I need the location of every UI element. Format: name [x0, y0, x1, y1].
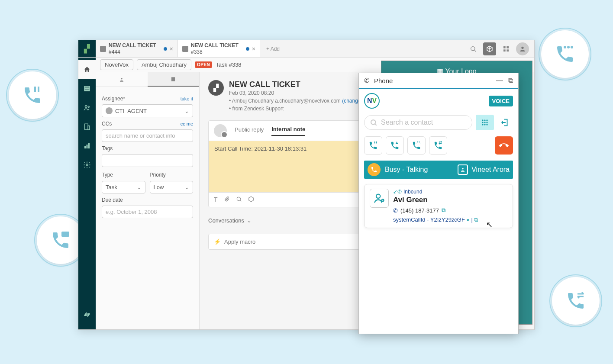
ticket-title: NEW CALL TICKET — [229, 80, 363, 89]
sidebar-reporting[interactable] — [78, 136, 96, 155]
svg-rect-0 — [34, 87, 36, 92]
search-icon[interactable] — [236, 196, 242, 203]
popout-icon[interactable]: ⧉ — [508, 77, 513, 84]
minimize-icon[interactable]: — — [496, 77, 503, 84]
person-icon — [458, 164, 468, 175]
assignee-value: CTI_AGENT — [115, 108, 147, 114]
tab-title: NEW CALL TICKET — [109, 42, 161, 48]
svg-point-31 — [484, 122, 485, 123]
svg-rect-24 — [171, 77, 175, 81]
crumb-user[interactable]: Ambuj Choudhary — [137, 59, 191, 70]
phone-icon: ✆ — [364, 77, 370, 84]
svg-point-11 — [521, 46, 523, 48]
status-phone-icon — [368, 163, 381, 176]
assignee-select[interactable]: CTI_AGENT⌄ — [102, 104, 193, 117]
due-date-input[interactable]: e.g. October 1, 2008 — [102, 206, 193, 218]
dialpad-button[interactable] — [476, 115, 494, 130]
take-it-link[interactable]: take it — [181, 96, 193, 101]
type-value: Task — [106, 184, 117, 190]
sidebar-customers[interactable] — [78, 98, 96, 117]
svg-point-38 — [396, 142, 397, 143]
status-text: Busy - Talking — [385, 166, 428, 174]
panel-tab-user[interactable] — [96, 72, 148, 87]
decor-phone-pause-icon — [9, 71, 56, 119]
tags-input[interactable] — [102, 154, 193, 167]
priority-select[interactable]: Low⌄ — [150, 181, 194, 193]
ccs-label: CCs — [102, 121, 112, 127]
tab-sub: #338 — [191, 49, 243, 55]
copy-icon[interactable]: ⧉ — [442, 207, 445, 214]
conversations-dropdown[interactable]: Conversations⌄ — [208, 215, 252, 226]
sidebar-views[interactable] — [78, 79, 96, 98]
svg-rect-21 — [88, 143, 90, 148]
voice-button[interactable]: VOICE — [489, 96, 513, 106]
svg-rect-13 — [84, 88, 90, 90]
topbar: ▞ NEW CALL TICKET#444 × NEW CALL TICKET#… — [78, 40, 534, 58]
svg-point-33 — [482, 124, 483, 125]
ticket-requester: • Ambuj Choudhary a.choudhary@novelvox.c… — [229, 98, 342, 104]
consult-button[interactable] — [386, 136, 404, 155]
svg-point-35 — [486, 124, 487, 125]
unsaved-dot — [246, 47, 249, 51]
external-link-icon[interactable]: ⧉ — [474, 216, 478, 223]
svg-rect-18 — [88, 126, 90, 130]
svg-point-15 — [85, 106, 87, 108]
sidebar-home[interactable] — [78, 60, 96, 79]
svg-point-42 — [376, 194, 380, 198]
sidebar-org[interactable] — [78, 117, 96, 136]
apps-icon[interactable] — [500, 42, 513, 55]
tab-ticket-444[interactable]: NEW CALL TICKET#444 × — [96, 40, 178, 57]
reply-avatar — [214, 124, 227, 137]
type-select[interactable]: Task⌄ — [102, 181, 145, 193]
internal-note-tab[interactable]: Internal note — [271, 126, 305, 136]
conference-button[interactable] — [407, 136, 426, 155]
logout-button[interactable] — [497, 115, 513, 130]
svg-point-27 — [482, 119, 483, 121]
priority-label: Priority — [150, 172, 166, 178]
text-format-icon[interactable]: T — [214, 196, 218, 203]
search-contact-input[interactable]: Search a contact — [364, 115, 472, 130]
svg-rect-8 — [507, 46, 509, 48]
svg-point-32 — [486, 122, 487, 123]
cube-icon[interactable] — [248, 196, 254, 203]
sidebar-admin[interactable] — [78, 155, 96, 174]
add-tab-button[interactable]: + Add — [260, 40, 286, 57]
public-reply-tab[interactable]: Public reply — [235, 126, 264, 135]
hold-button[interactable] — [364, 136, 382, 155]
crumb-org[interactable]: NovelVox — [100, 59, 133, 70]
ccs-input[interactable]: search name or contact info — [102, 129, 193, 142]
ticket-properties-panel: Assignee*take it CTI_AGENT⌄ CCscc me sea… — [96, 72, 200, 329]
chevron-down-icon: ⌄ — [184, 108, 189, 114]
search-icon[interactable] — [467, 42, 480, 55]
panel-tab-ticket[interactable] — [148, 72, 200, 87]
phone-icon: ✆ — [393, 207, 398, 214]
transfer-button[interactable] — [429, 136, 447, 155]
cc-me-link[interactable]: cc me — [181, 121, 193, 126]
svg-point-23 — [121, 77, 123, 79]
expand-icon[interactable]: » — [467, 216, 470, 223]
sidebar-zendesk-icon[interactable] — [78, 305, 96, 324]
close-icon[interactable]: × — [252, 45, 255, 52]
svg-point-22 — [86, 164, 88, 166]
svg-rect-1 — [38, 87, 39, 92]
ticket-icon — [182, 46, 188, 52]
svg-point-6 — [471, 46, 475, 50]
avatar[interactable] — [516, 42, 529, 55]
decor-phone-transfer-icon — [552, 277, 600, 325]
svg-point-40 — [419, 142, 419, 142]
svg-point-16 — [88, 106, 89, 107]
close-icon[interactable]: × — [170, 45, 173, 52]
caller-phone: (145) 187-3177 — [400, 207, 439, 214]
hangup-button[interactable] — [495, 136, 513, 155]
svg-rect-37 — [376, 142, 377, 144]
svg-point-39 — [417, 142, 418, 142]
app-logo[interactable]: ▞ — [78, 40, 96, 57]
cti-phone-panel: ✆Phone —⧉ NV VOICE Search a contact Busy… — [358, 73, 519, 334]
svg-rect-19 — [84, 146, 86, 148]
svg-point-30 — [482, 122, 483, 123]
cube-icon[interactable] — [483, 42, 496, 55]
attach-icon[interactable] — [224, 196, 230, 203]
tab-ticket-338[interactable]: NEW CALL TICKET#338 × — [178, 40, 260, 57]
svg-point-25 — [237, 197, 240, 200]
svg-point-2 — [567, 46, 570, 48]
